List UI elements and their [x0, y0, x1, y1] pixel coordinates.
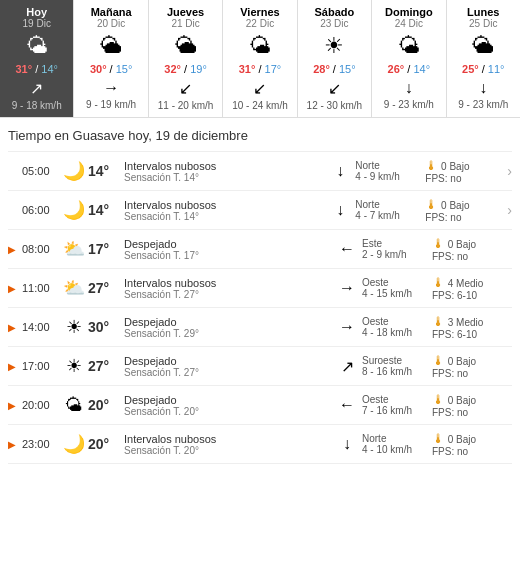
day-col-domingo[interactable]: Domingo 24 Dic 🌤 26° / 14° ↓ 9 - 23 km/h — [372, 0, 446, 117]
day-name: Jueves — [151, 6, 220, 18]
hour-desc-text: Intervalos nubosos — [124, 199, 325, 211]
uv-icon: 🌡 — [432, 275, 445, 290]
temps: 25° / 11° — [449, 63, 518, 75]
hour-row[interactable]: ▶ 20:00 🌤 20° Despejado Sensación T. 20°… — [8, 385, 512, 424]
hour-time: 20:00 — [22, 399, 60, 411]
hour-weather-icon: 🌙 — [60, 433, 88, 455]
hour-sensation: Sensación T. 14° — [124, 211, 325, 222]
expand-arrow-icon: ▶ — [8, 361, 20, 372]
wind-arrow-icon: ↙ — [151, 79, 220, 98]
hour-wind-info: Oeste 7 - 16 km/h — [362, 394, 432, 416]
day-col-hoy[interactable]: Hoy 19 Dic 🌤 31° / 14° ↗ 9 - 18 km/h — [0, 0, 74, 117]
wind-speed: 12 - 30 km/h — [300, 100, 369, 111]
hour-uv: 🌡 3 Medio FPS: 6-10 — [432, 314, 512, 340]
hour-time: 14:00 — [22, 321, 60, 333]
hour-row[interactable]: ▶ 11:00 ⛅ 27° Intervalos nubosos Sensaci… — [8, 268, 512, 307]
temps: 26° / 14° — [374, 63, 443, 75]
day-col-sbado[interactable]: Sábado 23 Dic ☀ 28° / 15° ↙ 12 - 30 km/h — [298, 0, 372, 117]
temp-low: 19° — [190, 63, 207, 75]
hour-row[interactable]: ▶ 08:00 ⛅ 17° Despejado Sensación T. 17°… — [8, 229, 512, 268]
weather-icon: 🌥 — [151, 33, 220, 59]
day-name: Viernes — [225, 6, 294, 18]
hour-sensation: Sensación T. 17° — [124, 250, 332, 261]
hour-description: Despejado Sensación T. 29° — [120, 316, 332, 339]
uv-value: 0 Bajo — [441, 200, 469, 211]
hour-wind-dir-text: Norte — [355, 160, 425, 171]
hour-wind-speed: 4 - 15 km/h — [362, 288, 432, 299]
temps: 30° / 15° — [76, 63, 145, 75]
hour-uv: 🌡 0 Bajo FPS: no — [432, 236, 512, 262]
uv-value: 0 Bajo — [441, 161, 469, 172]
hour-weather-icon: ⛅ — [60, 238, 88, 260]
chevron-right-icon[interactable]: › — [507, 202, 512, 218]
hour-wind-dir-text: Norte — [355, 199, 425, 210]
hourly-rows: 05:00 🌙 14° Intervalos nubosos Sensación… — [8, 151, 512, 464]
hour-wind-info: Este 2 - 9 km/h — [362, 238, 432, 260]
weather-icon: 🌤 — [2, 33, 71, 59]
day-col-lunes[interactable]: Lunes 25 Dic 🌥 25° / 11° ↓ 9 - 23 km/h — [447, 0, 520, 117]
uv-icon: 🌡 — [432, 392, 445, 407]
hour-weather-icon: ☀ — [60, 355, 88, 377]
temp-high: 30° — [90, 63, 107, 75]
hour-row[interactable]: 05:00 🌙 14° Intervalos nubosos Sensación… — [8, 151, 512, 190]
hour-wind-speed: 4 - 9 km/h — [355, 171, 425, 182]
hour-desc-text: Despejado — [124, 355, 332, 367]
hour-time: 08:00 — [22, 243, 60, 255]
hour-wind-arrow-icon: ↓ — [325, 162, 355, 180]
wind-speed: 9 - 19 km/h — [76, 99, 145, 110]
uv-value: 0 Bajo — [448, 434, 476, 445]
wind-arrow-icon: ↙ — [300, 79, 369, 98]
day-col-viernes[interactable]: Viernes 22 Dic 🌤 31° / 17° ↙ 10 - 24 km/… — [223, 0, 297, 117]
hour-wind-info: Oeste 4 - 18 km/h — [362, 316, 432, 338]
uv-value: 0 Bajo — [448, 239, 476, 250]
hour-time: 11:00 — [22, 282, 60, 294]
wind-speed: 9 - 18 km/h — [2, 100, 71, 111]
hour-wind-dir-text: Norte — [362, 433, 432, 444]
uv-icon: 🌡 — [432, 236, 445, 251]
hour-wind-speed: 4 - 10 km/h — [362, 444, 432, 455]
hour-uv: 🌡 0 Bajo FPS: no — [425, 197, 505, 223]
hour-wind-info: Oeste 4 - 15 km/h — [362, 277, 432, 299]
forecast-bar: Hoy 19 Dic 🌤 31° / 14° ↗ 9 - 18 km/h Mañ… — [0, 0, 520, 118]
hour-row[interactable]: 06:00 🌙 14° Intervalos nubosos Sensación… — [8, 190, 512, 229]
hour-wind-arrow-icon: → — [332, 279, 362, 297]
hour-wind-speed: 7 - 16 km/h — [362, 405, 432, 416]
day-date: 24 Dic — [374, 18, 443, 29]
day-col-maana[interactable]: Mañana 20 Dic 🌥 30° / 15° → 9 - 19 km/h — [74, 0, 148, 117]
chevron-right-icon[interactable]: › — [507, 163, 512, 179]
temp-low: 15° — [339, 63, 356, 75]
wind-arrow-icon: ↙ — [225, 79, 294, 98]
temp-low: 14° — [41, 63, 58, 75]
fps-label: FPS: 6-10 — [432, 329, 477, 340]
hour-wind-speed: 8 - 16 km/h — [362, 366, 432, 377]
hour-wind-dir-text: Oeste — [362, 394, 432, 405]
hour-desc-text: Intervalos nubosos — [124, 160, 325, 172]
hour-time: 23:00 — [22, 438, 60, 450]
hour-wind-dir-text: Oeste — [362, 316, 432, 327]
fps-label: FPS: no — [432, 368, 468, 379]
day-name: Hoy — [2, 6, 71, 18]
uv-value: 3 Medio — [448, 317, 484, 328]
hour-weather-icon: 🌙 — [60, 160, 88, 182]
wind-speed: 9 - 23 km/h — [374, 99, 443, 110]
hour-row[interactable]: ▶ 23:00 🌙 20° Intervalos nubosos Sensaci… — [8, 424, 512, 464]
day-name: Domingo — [374, 6, 443, 18]
hour-row[interactable]: ▶ 14:00 ☀ 30° Despejado Sensación T. 29°… — [8, 307, 512, 346]
hour-weather-icon: 🌙 — [60, 199, 88, 221]
hour-uv: 🌡 0 Bajo FPS: no — [425, 158, 505, 184]
temp-low: 17° — [265, 63, 282, 75]
uv-value: 0 Bajo — [448, 395, 476, 406]
hour-wind-dir-text: Suroeste — [362, 355, 432, 366]
temp-high: 32° — [164, 63, 181, 75]
hour-row[interactable]: ▶ 17:00 ☀ 27° Despejado Sensación T. 27°… — [8, 346, 512, 385]
temps: 28° / 15° — [300, 63, 369, 75]
temp-high: 28° — [313, 63, 330, 75]
hour-temp: 27° — [88, 358, 120, 374]
day-date: 19 Dic — [2, 18, 71, 29]
hour-wind-arrow-icon: ↓ — [325, 201, 355, 219]
day-col-jueves[interactable]: Jueves 21 Dic 🌥 32° / 19° ↙ 11 - 20 km/h — [149, 0, 223, 117]
hour-wind-speed: 2 - 9 km/h — [362, 249, 432, 260]
hour-wind-dir-text: Oeste — [362, 277, 432, 288]
hour-temp: 17° — [88, 241, 120, 257]
hour-temp: 27° — [88, 280, 120, 296]
